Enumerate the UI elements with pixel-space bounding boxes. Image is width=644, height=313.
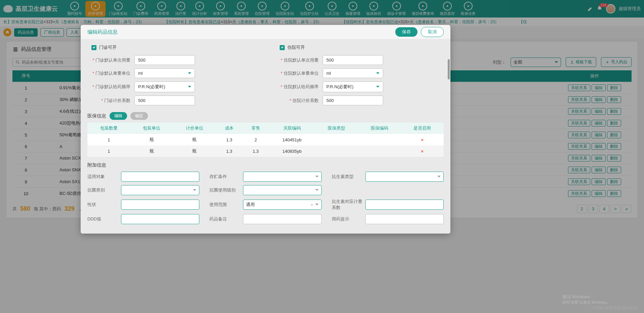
insurance-section-header: 医保信息 编辑 确定 (87, 112, 444, 120)
save-button[interactable]: 保存 (395, 27, 417, 37)
modal-header: 编辑药品信息 保存 取消 (81, 25, 450, 39)
chevron-down-icon (315, 203, 319, 206)
watermark: CSDN @爱笑的源码基地 (592, 305, 637, 311)
prop-input[interactable] (121, 200, 199, 210)
additional-section-title: 附加信息 (87, 162, 106, 168)
in-freq-select[interactable]: P.R.N(必要时) (323, 81, 383, 92)
out-coef-input[interactable]: 500 (134, 96, 195, 105)
antilvl-select[interactable] (243, 185, 321, 195)
additional-grid: 适用对象 存贮条件 抗生素类型 抗菌类别 抗菌使用级别 性状 使用范围通用× 抗… (87, 172, 444, 224)
chevron-down-icon (188, 85, 191, 89)
chevron-down-icon (437, 175, 441, 178)
remark-input[interactable] (243, 214, 321, 224)
scrollbar[interactable] (448, 59, 450, 79)
clear-icon[interactable]: × (311, 202, 313, 207)
chevron-down-icon (315, 188, 319, 192)
chevron-down-icon (188, 72, 191, 75)
ddd-input[interactable] (121, 214, 199, 224)
out-dose-input[interactable]: 500 (134, 55, 195, 65)
chevron-down-icon (376, 85, 379, 89)
ins-edit-button[interactable]: 编辑 (110, 112, 127, 120)
ins-ok-button[interactable]: 确定 (130, 112, 148, 120)
in-unit-select[interactable]: ml (323, 68, 383, 78)
outpatient-checkbox[interactable]: 门诊可开 (91, 44, 255, 50)
activate-windows: 激活 Windows 转到"设置"以激活 Windows。 (562, 294, 611, 305)
disable-icon[interactable]: × (401, 134, 444, 145)
out-freq-select[interactable]: P.R.N(必要时) (134, 81, 195, 92)
anticoef-input[interactable] (365, 200, 444, 210)
cancel-button[interactable]: 取消 (421, 27, 444, 37)
disable-icon[interactable]: × (401, 145, 444, 157)
modal-title: 编辑药品信息 (87, 29, 395, 35)
out-unit-select[interactable]: ml (134, 68, 195, 78)
anticat-select[interactable] (121, 185, 199, 195)
in-coef-input[interactable]: 500 (323, 96, 383, 105)
chevron-down-icon (315, 175, 319, 178)
tip-input[interactable] (365, 214, 444, 224)
chevron-down-icon (193, 188, 196, 192)
obj-input[interactable] (121, 172, 199, 182)
inpatient-checkbox[interactable]: 住院可开 (280, 44, 444, 50)
ins-row: 1瓶瓶1.32140451yb× (87, 134, 444, 145)
chevron-down-icon (376, 72, 379, 75)
edit-drug-modal: 编辑药品信息 保存 取消 门诊可开 *门诊默认单次用量500 *门诊默认单量单位… (81, 25, 450, 234)
insurance-table: 包装数量包装单位计价单位 成本零售关联编码 医保类型医保编码是否启用 1瓶瓶1.… (87, 123, 444, 157)
store-select[interactable] (243, 172, 321, 182)
ins-row: 1瓶瓶1.31.3140835yb× (87, 145, 444, 157)
scope-select[interactable]: 通用× (243, 200, 321, 210)
antitype-select[interactable] (365, 172, 444, 182)
in-dose-input[interactable]: 500 (323, 55, 383, 65)
modal-body: 门诊可开 *门诊默认单次用量500 *门诊默认单量单位ml *门诊默认给药频率P… (81, 39, 450, 234)
